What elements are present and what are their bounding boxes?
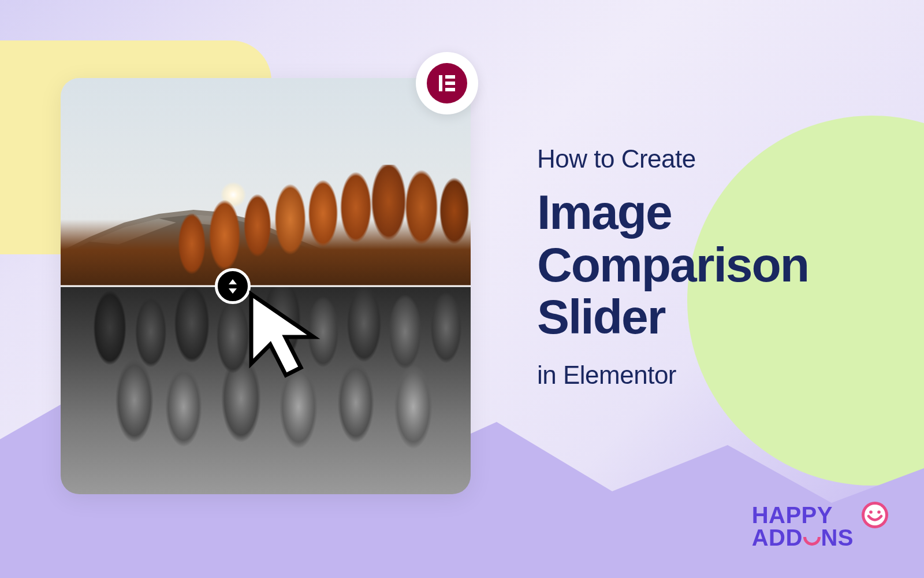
svg-point-6 (869, 510, 873, 514)
cursor-icon (245, 288, 344, 387)
sub-text: in Elementor (537, 361, 826, 390)
elementor-icon (437, 73, 457, 93)
svg-rect-2 (445, 81, 455, 85)
slider-divider (61, 286, 471, 287)
svg-rect-1 (445, 75, 455, 79)
logo-line2: ADDONS (752, 527, 854, 549)
logo-face-icon (860, 501, 889, 529)
title-text: Image Comparison Slider (537, 186, 826, 343)
logo-line1: HAPPY (752, 504, 833, 527)
eyebrow-text: How to Create (537, 144, 826, 173)
svg-rect-3 (445, 88, 455, 91)
image-comparison-card (61, 78, 471, 494)
before-image (61, 78, 471, 286)
headline-block: How to Create Image Comparison Slider in… (537, 144, 826, 390)
svg-point-7 (877, 510, 881, 514)
happy-addons-logo: HAPPY ADDONS (752, 504, 889, 549)
svg-rect-0 (439, 75, 442, 91)
svg-point-5 (865, 505, 885, 525)
elementor-badge (416, 52, 478, 114)
